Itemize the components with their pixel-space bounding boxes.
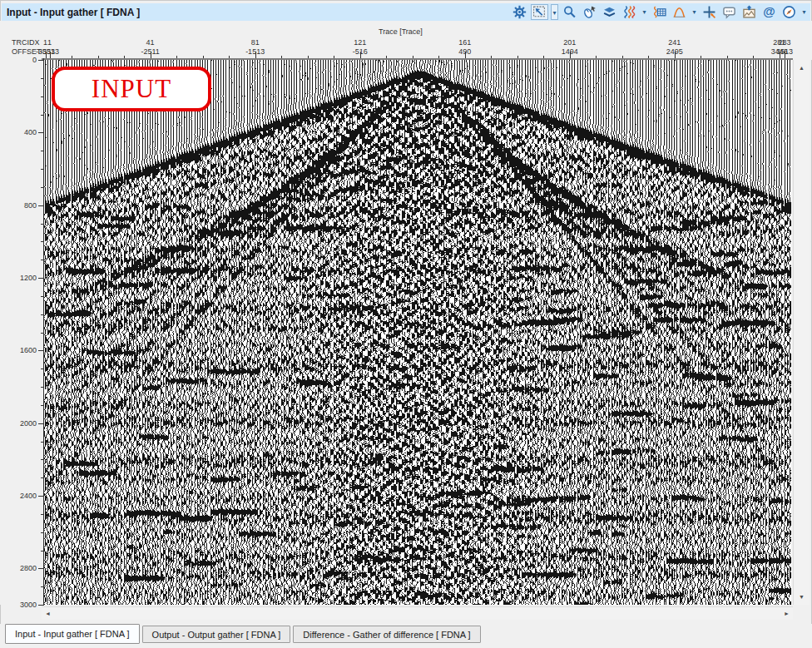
time-tick-label: 800 xyxy=(24,201,37,210)
time-major-tick xyxy=(38,605,44,606)
toolbar: ▾▾▾@▾ xyxy=(511,4,810,20)
trcidx-tick-label: 1 xyxy=(47,38,52,47)
compass-icon[interactable] xyxy=(780,4,798,20)
scroll-right-arrow-icon[interactable]: ► xyxy=(784,611,790,616)
amplitude-curve-icon[interactable] xyxy=(671,4,688,20)
trcidx-tick-label: 81 xyxy=(251,38,260,47)
zoom-mode-icon[interactable] xyxy=(531,4,548,20)
time-tick-label: 400 xyxy=(24,128,37,136)
scroll-up-arrow-icon[interactable]: ▲ xyxy=(799,65,805,71)
time-tick-label: 2400 xyxy=(20,492,37,500)
trace-axis-title: Trace [Trace] xyxy=(379,27,423,36)
tab-input[interactable]: Input - Input gather [ FDNA ] xyxy=(5,624,140,644)
settings-gear-icon[interactable] xyxy=(511,4,528,20)
tab-output[interactable]: Output - Output gather [ FDNA ] xyxy=(142,626,291,643)
trace-axis: Trace [Trace] TRCIDX OFFSET 1-35331-3513… xyxy=(0,21,812,60)
trcidx-tick-label: 201 xyxy=(563,38,576,47)
comment-icon[interactable] xyxy=(720,4,738,20)
wiggle-display-icon[interactable] xyxy=(621,4,638,20)
window-title: Input - Input gather [ FDNA ] xyxy=(2,7,140,18)
time-tick-label: 3000 xyxy=(20,601,37,609)
zoom-mode-icon-dropdown-arrow[interactable]: ▾ xyxy=(551,4,558,20)
trcidx-tick-label: 121 xyxy=(354,38,366,47)
wiggle-display-icon-dropdown-arrow[interactable]: ▾ xyxy=(641,4,648,20)
at-annotation-icon[interactable]: @ xyxy=(760,4,778,20)
amplitude-curve-icon-dropdown-arrow[interactable]: ▾ xyxy=(691,4,698,20)
input-annotation: INPUT xyxy=(52,67,211,111)
time-axis: Time [ms] 040080012001600200024002800300… xyxy=(0,60,44,605)
trcidx-row-label: TRCIDX xyxy=(12,38,40,47)
trcidx-tick-label: 161 xyxy=(458,38,471,47)
tab-bar: Input - Input gather [ FDNA ]Output - Ou… xyxy=(0,624,812,648)
export-image-icon[interactable] xyxy=(740,4,758,20)
scroll-left-arrow-icon[interactable]: ◄ xyxy=(45,611,51,616)
svg-text:@: @ xyxy=(763,5,775,18)
tab-difference[interactable]: Difference - Gather of difference [ FDNA… xyxy=(293,626,480,643)
layers-icon[interactable] xyxy=(601,4,618,20)
magnifier-icon[interactable] xyxy=(561,4,578,20)
titlebar: Input - Input gather [ FDNA ] ▾▾▾@▾ xyxy=(2,3,810,21)
time-tick-label: 1600 xyxy=(20,346,37,354)
time-tick-label: 2800 xyxy=(20,564,37,572)
trcidx-tick-label: 283 xyxy=(779,38,791,47)
mouse-tools-icon[interactable] xyxy=(581,4,598,20)
vertical-scrollbar[interactable]: ▲ ▼ xyxy=(793,60,810,605)
horizontal-scrollbar[interactable]: ◄ ► xyxy=(42,606,793,620)
crosshair-picking-icon[interactable] xyxy=(701,4,718,20)
input-annotation-text: INPUT xyxy=(92,74,171,104)
time-tick-label: 1200 xyxy=(20,274,37,282)
trcidx-tick-label: 41 xyxy=(146,38,155,47)
scroll-down-arrow-icon[interactable]: ▼ xyxy=(799,594,805,600)
time-tick-label: 2000 xyxy=(20,419,37,428)
compass-icon-dropdown-arrow[interactable]: ▾ xyxy=(800,4,808,20)
trcidx-tick-label: 241 xyxy=(668,38,681,47)
spreadsheet-icon[interactable] xyxy=(651,4,668,20)
seismic-gather-plot[interactable] xyxy=(44,60,791,605)
time-tick-label: 0 xyxy=(32,56,37,64)
